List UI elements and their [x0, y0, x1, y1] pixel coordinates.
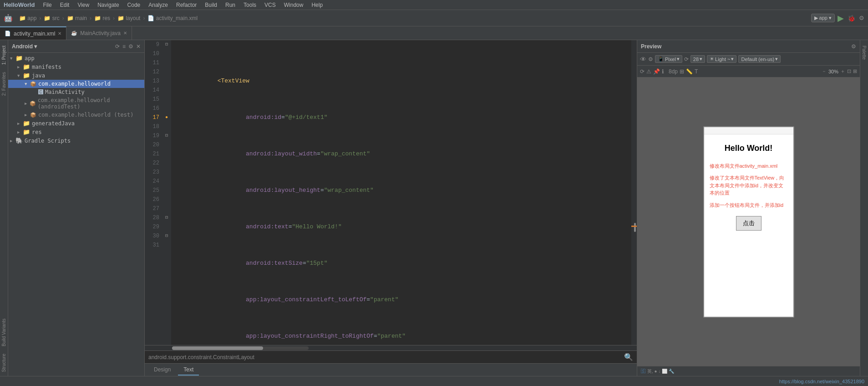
bookmark-17: ●	[165, 113, 168, 122]
search-icon[interactable]: 🔍	[624, 353, 633, 361]
device-content: Hello World! 修改布局文件activity_main.xml 修改了…	[704, 134, 793, 317]
ruler-icon[interactable]: 📏	[686, 68, 693, 75]
breadcrumb-sep5: ›	[143, 15, 145, 21]
debug-button[interactable]: 🐞	[848, 15, 855, 22]
tab-mainactivity[interactable]: ☕ MainActivity.java ✕	[66, 26, 132, 40]
tree-item-gradle[interactable]: ▶ 🐘 Gradle Scripts	[8, 136, 144, 145]
footer-tab-bar: Design Text	[145, 363, 637, 376]
panel-settings-icon[interactable]: ⚙	[128, 43, 133, 50]
h-scrollbar-thumb[interactable]	[172, 346, 263, 350]
preview-settings-icon[interactable]: ⚙	[851, 43, 856, 50]
menu-code[interactable]: Code	[124, 1, 144, 9]
fold-icon-19[interactable]: ⊟	[165, 131, 168, 140]
input-method-label: 英, ● ↓ ⬜ 🔧	[647, 368, 674, 375]
scrollbar-track[interactable]	[631, 40, 637, 345]
horizontal-scrollbar[interactable]	[145, 345, 637, 350]
preview-desc1: 修改布局文件activity_main.xml	[710, 162, 788, 170]
menu-build[interactable]: Build	[201, 1, 221, 9]
code-line-16: app:layout_constraintRight_toRightOf="pa…	[175, 323, 631, 332]
panel-sync-icon[interactable]: ⟳	[115, 43, 120, 50]
sidebar-tab-build-variants[interactable]: Build Variants	[0, 315, 7, 350]
tree-item-genJava[interactable]: ▶ 📁 generatedJava	[8, 119, 144, 128]
zoom-fit-icon[interactable]: ⊡	[847, 68, 851, 74]
menu-run[interactable]: Run	[222, 1, 239, 9]
palette-tab[interactable]: Palette	[861, 42, 868, 63]
tree-label-java: java	[32, 72, 45, 79]
rotate-icon[interactable]: ⟳	[684, 56, 689, 62]
tab-close-xml[interactable]: ✕	[58, 31, 61, 36]
status-bar: https://blog.csdn.net/weixin_43521890	[0, 376, 868, 386]
code-line-9: <TextView	[175, 67, 631, 77]
folder-icon-genJava: 📁	[23, 120, 30, 127]
zoom-in-icon[interactable]: ＋	[840, 68, 845, 75]
preview-eye-icon[interactable]: 👁	[640, 56, 646, 63]
tab-label-xml: activity_main.xml	[14, 31, 55, 37]
api-selector[interactable]: 28 ▾	[690, 55, 705, 63]
device-selector[interactable]: ▶ app ▾	[811, 14, 835, 22]
preview-config-icon[interactable]: ⚙	[648, 56, 653, 62]
tab-activity-xml[interactable]: 📄 activity_main.xml ✕	[0, 26, 66, 40]
tree-item-package-main[interactable]: ▼ 📦 com.example.helloworld	[8, 80, 144, 88]
preview-pin-icon[interactable]: 📌	[653, 68, 660, 75]
preview-button-container: 点击	[710, 216, 788, 231]
menu-edit[interactable]: Edit	[56, 1, 73, 9]
tab-design[interactable]: Design	[148, 365, 176, 376]
preview-warn-icon[interactable]: ⚠	[646, 68, 651, 75]
arrow-res: ▶	[17, 130, 23, 134]
class-icon-main: 🅲	[38, 89, 43, 95]
menu-refactor[interactable]: Refactor	[173, 1, 200, 9]
tree-item-manifests[interactable]: ▶ 📁 manifests	[8, 62, 144, 71]
tree-item-pkg-unit[interactable]: ▶ 📦 com.example.helloworld (test)	[8, 111, 144, 119]
sidebar-tab-structure[interactable]: Structure	[0, 350, 7, 376]
device-selector-dropdown[interactable]: 📱 Pixel ▾	[655, 55, 682, 63]
menu-vcs[interactable]: VCS	[261, 1, 279, 9]
menu-file[interactable]: File	[39, 1, 55, 9]
menu-tools[interactable]: Tools	[240, 1, 260, 9]
folder-icon-app: 📁	[15, 55, 23, 62]
panel-collapse-icon[interactable]: ≡	[122, 43, 126, 50]
fold-icon-9[interactable]: ⊟	[165, 40, 168, 49]
fold-icon-31[interactable]: ⊟	[165, 232, 168, 241]
zoom-out-icon[interactable]: －	[822, 68, 827, 75]
tab-text[interactable]: Text	[178, 365, 199, 376]
arrow-gradle: ▶	[10, 139, 15, 143]
menu-window[interactable]: Window	[280, 1, 307, 9]
line-numbers: 9 10 11 12 13 14 15 16 17 18 19 20 21 22…	[145, 40, 162, 345]
tree-item-res[interactable]: ▶ 📁 res	[8, 128, 144, 136]
folder-icon-res: 📁	[23, 129, 30, 135]
zoom-reset-icon[interactable]: ⊞	[853, 68, 857, 74]
sidebar-tab-favorites[interactable]: 2: Favorites	[0, 68, 7, 99]
locale-selector[interactable]: Default (en-us) ▾	[738, 55, 781, 63]
tree-item-mainactivity[interactable]: 🅲 MainActivity	[8, 88, 144, 96]
breadcrumb-file: 📄 activity_main.xml	[147, 15, 198, 21]
more-run-options[interactable]: ⚙	[859, 15, 864, 21]
preview-title: Preview	[641, 43, 851, 50]
panel-close-icon[interactable]: ✕	[136, 43, 141, 50]
tree-item-app[interactable]: ▼ 📁 app	[8, 54, 144, 62]
grid-icon[interactable]: ⊞	[680, 68, 684, 75]
fold-icon-29[interactable]: ⊟	[165, 213, 168, 222]
code-line-12: android:layout_height="wrap_content"	[175, 177, 631, 186]
theme-selector[interactable]: ☀ Light ~ ▾	[707, 55, 736, 63]
preview-desc3: 添加一个按钮布局文件，并添加id	[710, 201, 788, 209]
menu-view[interactable]: View	[74, 1, 93, 9]
tree-item-pkg-test[interactable]: ▶ 📦 com.example.helloworld (androidTest)	[8, 96, 144, 111]
tree-label-gradle: Gradle Scripts	[25, 138, 71, 144]
tab-close-java[interactable]: ✕	[123, 31, 127, 36]
menu-navigate[interactable]: Navigate	[94, 1, 122, 9]
code-line-15: app:layout_constraintLeft_toLeftOf="pare…	[175, 286, 631, 295]
menu-help[interactable]: Help	[308, 1, 326, 9]
device-label: Pixel	[665, 57, 676, 62]
preview-info-icon[interactable]: ℹ	[662, 68, 664, 75]
sidebar-tab-project[interactable]: 1: Project	[0, 42, 7, 68]
code-line-14: android:textSize="15pt"	[175, 250, 631, 259]
run-button[interactable]: ▶	[838, 13, 844, 23]
scrollbar-thumb[interactable]	[634, 223, 636, 232]
text-tool-icon[interactable]: T	[695, 68, 698, 75]
preview-refresh-icon[interactable]: ⟳	[640, 68, 645, 75]
dp-label: 8dp	[669, 68, 678, 75]
code-editor[interactable]: <TextView android:id="@+id/text1" androi…	[171, 40, 631, 345]
menu-analyze[interactable]: Analyze	[145, 1, 172, 9]
tree-item-java[interactable]: ▼ 📁 java	[8, 71, 144, 80]
arrow-java: ▼	[17, 73, 23, 78]
